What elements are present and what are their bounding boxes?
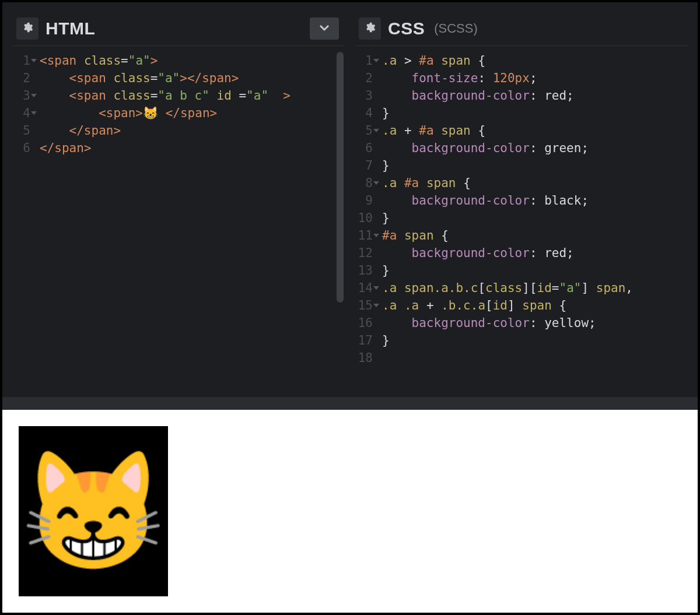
html-panel-header: HTML <box>13 13 345 46</box>
css-panel-subtitle: (SCSS) <box>434 21 478 36</box>
settings-button[interactable] <box>359 17 381 40</box>
panel-divider[interactable] <box>2 397 698 410</box>
css-panel-title: CSS <box>388 19 425 38</box>
scrollbar[interactable] <box>337 52 344 303</box>
rendered-output: 😸 <box>19 426 168 596</box>
html-panel-title: HTML <box>46 19 95 38</box>
chevron-down-icon <box>318 23 330 34</box>
css-panel: CSS (SCSS) 123456789101112131415161718 .… <box>355 13 687 397</box>
preview-pane: 😸 <box>2 410 698 613</box>
editors-row: HTML 123456 <span class="a"> <span class… <box>2 2 698 397</box>
html-code[interactable]: <span class="a"> <span class="a"></span>… <box>40 52 345 397</box>
cat-emoji: 😸 <box>20 453 166 570</box>
html-editor[interactable]: 123456 <span class="a"> <span class="a">… <box>13 46 345 397</box>
app-frame: HTML 123456 <span class="a"> <span class… <box>0 0 700 615</box>
html-panel: HTML 123456 <span class="a"> <span class… <box>13 13 345 397</box>
css-editor[interactable]: 123456789101112131415161718 .a > #a span… <box>355 46 687 397</box>
settings-button[interactable] <box>16 17 38 40</box>
gear-icon <box>364 22 376 36</box>
html-gutter: 123456 <box>13 52 40 397</box>
css-code[interactable]: .a > #a span { font-size: 120px; backgro… <box>382 52 687 397</box>
collapse-button[interactable] <box>310 17 339 40</box>
css-gutter: 123456789101112131415161718 <box>355 52 382 397</box>
css-panel-header: CSS (SCSS) <box>355 13 687 46</box>
gear-icon <box>22 22 33 36</box>
